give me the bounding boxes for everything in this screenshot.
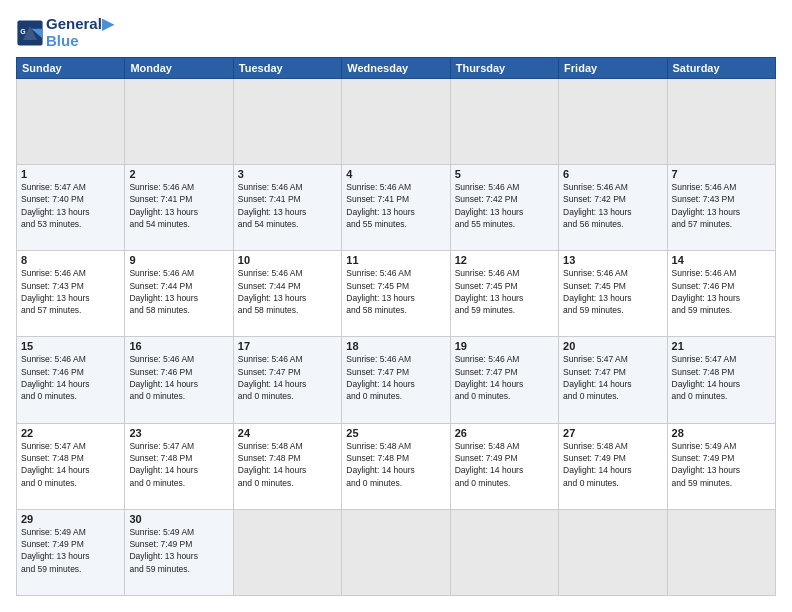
info-line: Sunset: 7:48 PM bbox=[21, 452, 120, 464]
day-number: 7 bbox=[672, 168, 771, 180]
info-line: and 0 minutes. bbox=[238, 477, 337, 489]
calendar-cell: 16Sunrise: 5:46 AMSunset: 7:46 PMDayligh… bbox=[125, 337, 233, 423]
day-number: 22 bbox=[21, 427, 120, 439]
info-line: Sunrise: 5:46 AM bbox=[346, 181, 445, 193]
calendar-cell: 24Sunrise: 5:48 AMSunset: 7:48 PMDayligh… bbox=[233, 423, 341, 509]
logo: G General▶ Blue bbox=[16, 16, 114, 49]
info-line: Sunrise: 5:46 AM bbox=[129, 267, 228, 279]
info-line: Daylight: 13 hours bbox=[672, 206, 771, 218]
info-line: Daylight: 14 hours bbox=[563, 378, 662, 390]
calendar-cell bbox=[342, 509, 450, 595]
day-number: 9 bbox=[129, 254, 228, 266]
calendar-cell: 21Sunrise: 5:47 AMSunset: 7:48 PMDayligh… bbox=[667, 337, 775, 423]
day-number: 29 bbox=[21, 513, 120, 525]
info-line: Sunset: 7:43 PM bbox=[21, 280, 120, 292]
calendar-cell: 2Sunrise: 5:46 AMSunset: 7:41 PMDaylight… bbox=[125, 165, 233, 251]
day-info: Sunrise: 5:46 AMSunset: 7:41 PMDaylight:… bbox=[346, 181, 445, 230]
day-info: Sunrise: 5:47 AMSunset: 7:48 PMDaylight:… bbox=[672, 353, 771, 402]
info-line: Sunset: 7:49 PM bbox=[672, 452, 771, 464]
day-info: Sunrise: 5:46 AMSunset: 7:44 PMDaylight:… bbox=[238, 267, 337, 316]
calendar-cell bbox=[450, 79, 558, 165]
col-header-sunday: Sunday bbox=[17, 58, 125, 79]
info-line: Sunset: 7:46 PM bbox=[129, 366, 228, 378]
info-line: Sunrise: 5:48 AM bbox=[563, 440, 662, 452]
info-line: Sunrise: 5:46 AM bbox=[129, 353, 228, 365]
info-line: Daylight: 14 hours bbox=[238, 378, 337, 390]
info-line: Daylight: 13 hours bbox=[346, 206, 445, 218]
day-info: Sunrise: 5:49 AMSunset: 7:49 PMDaylight:… bbox=[21, 526, 120, 575]
day-number: 15 bbox=[21, 340, 120, 352]
info-line: Daylight: 13 hours bbox=[455, 206, 554, 218]
day-number: 6 bbox=[563, 168, 662, 180]
info-line: Sunrise: 5:46 AM bbox=[346, 267, 445, 279]
calendar-cell: 22Sunrise: 5:47 AMSunset: 7:48 PMDayligh… bbox=[17, 423, 125, 509]
info-line: Daylight: 14 hours bbox=[129, 378, 228, 390]
calendar-cell bbox=[125, 79, 233, 165]
info-line: Daylight: 13 hours bbox=[21, 292, 120, 304]
day-number: 13 bbox=[563, 254, 662, 266]
info-line: Sunrise: 5:46 AM bbox=[563, 181, 662, 193]
calendar-cell: 6Sunrise: 5:46 AMSunset: 7:42 PMDaylight… bbox=[559, 165, 667, 251]
day-number: 12 bbox=[455, 254, 554, 266]
col-header-saturday: Saturday bbox=[667, 58, 775, 79]
calendar-header-row: SundayMondayTuesdayWednesdayThursdayFrid… bbox=[17, 58, 776, 79]
calendar-cell bbox=[233, 79, 341, 165]
day-number: 8 bbox=[21, 254, 120, 266]
info-line: and 0 minutes. bbox=[346, 390, 445, 402]
info-line: Sunset: 7:41 PM bbox=[346, 193, 445, 205]
col-header-thursday: Thursday bbox=[450, 58, 558, 79]
info-line: and 58 minutes. bbox=[346, 304, 445, 316]
info-line: and 58 minutes. bbox=[238, 304, 337, 316]
day-number: 28 bbox=[672, 427, 771, 439]
day-info: Sunrise: 5:47 AMSunset: 7:47 PMDaylight:… bbox=[563, 353, 662, 402]
day-info: Sunrise: 5:46 AMSunset: 7:43 PMDaylight:… bbox=[672, 181, 771, 230]
day-number: 1 bbox=[21, 168, 120, 180]
info-line: Sunrise: 5:47 AM bbox=[21, 181, 120, 193]
day-info: Sunrise: 5:47 AMSunset: 7:48 PMDaylight:… bbox=[129, 440, 228, 489]
info-line: Daylight: 14 hours bbox=[563, 464, 662, 476]
calendar-cell: 1Sunrise: 5:47 AMSunset: 7:40 PMDaylight… bbox=[17, 165, 125, 251]
info-line: and 0 minutes. bbox=[21, 390, 120, 402]
calendar-cell: 25Sunrise: 5:48 AMSunset: 7:48 PMDayligh… bbox=[342, 423, 450, 509]
info-line: Sunset: 7:49 PM bbox=[563, 452, 662, 464]
calendar-cell: 5Sunrise: 5:46 AMSunset: 7:42 PMDaylight… bbox=[450, 165, 558, 251]
info-line: and 55 minutes. bbox=[346, 218, 445, 230]
info-line: Daylight: 14 hours bbox=[346, 378, 445, 390]
info-line: and 0 minutes. bbox=[21, 477, 120, 489]
calendar-cell: 20Sunrise: 5:47 AMSunset: 7:47 PMDayligh… bbox=[559, 337, 667, 423]
info-line: Daylight: 13 hours bbox=[346, 292, 445, 304]
calendar-cell: 4Sunrise: 5:46 AMSunset: 7:41 PMDaylight… bbox=[342, 165, 450, 251]
info-line: and 0 minutes. bbox=[238, 390, 337, 402]
day-info: Sunrise: 5:46 AMSunset: 7:45 PMDaylight:… bbox=[455, 267, 554, 316]
calendar-cell: 17Sunrise: 5:46 AMSunset: 7:47 PMDayligh… bbox=[233, 337, 341, 423]
info-line: Sunrise: 5:49 AM bbox=[129, 526, 228, 538]
day-number: 5 bbox=[455, 168, 554, 180]
info-line: Daylight: 14 hours bbox=[238, 464, 337, 476]
day-info: Sunrise: 5:46 AMSunset: 7:47 PMDaylight:… bbox=[238, 353, 337, 402]
info-line: Sunset: 7:46 PM bbox=[21, 366, 120, 378]
info-line: Sunrise: 5:46 AM bbox=[21, 267, 120, 279]
info-line: and 0 minutes. bbox=[563, 477, 662, 489]
info-line: Sunrise: 5:47 AM bbox=[563, 353, 662, 365]
day-info: Sunrise: 5:48 AMSunset: 7:48 PMDaylight:… bbox=[238, 440, 337, 489]
info-line: Sunrise: 5:49 AM bbox=[21, 526, 120, 538]
info-line: Sunrise: 5:46 AM bbox=[346, 353, 445, 365]
info-line: and 59 minutes. bbox=[129, 563, 228, 575]
calendar-week-row: 22Sunrise: 5:47 AMSunset: 7:48 PMDayligh… bbox=[17, 423, 776, 509]
info-line: and 0 minutes. bbox=[129, 390, 228, 402]
day-info: Sunrise: 5:49 AMSunset: 7:49 PMDaylight:… bbox=[672, 440, 771, 489]
info-line: and 54 minutes. bbox=[129, 218, 228, 230]
info-line: Sunset: 7:49 PM bbox=[21, 538, 120, 550]
calendar-cell: 11Sunrise: 5:46 AMSunset: 7:45 PMDayligh… bbox=[342, 251, 450, 337]
day-info: Sunrise: 5:46 AMSunset: 7:41 PMDaylight:… bbox=[129, 181, 228, 230]
calendar-cell: 27Sunrise: 5:48 AMSunset: 7:49 PMDayligh… bbox=[559, 423, 667, 509]
calendar-cell: 15Sunrise: 5:46 AMSunset: 7:46 PMDayligh… bbox=[17, 337, 125, 423]
info-line: Sunset: 7:45 PM bbox=[455, 280, 554, 292]
day-number: 2 bbox=[129, 168, 228, 180]
calendar-cell bbox=[667, 509, 775, 595]
info-line: Sunset: 7:49 PM bbox=[129, 538, 228, 550]
day-number: 10 bbox=[238, 254, 337, 266]
day-info: Sunrise: 5:48 AMSunset: 7:49 PMDaylight:… bbox=[563, 440, 662, 489]
info-line: Sunset: 7:42 PM bbox=[563, 193, 662, 205]
info-line: Sunrise: 5:46 AM bbox=[129, 181, 228, 193]
